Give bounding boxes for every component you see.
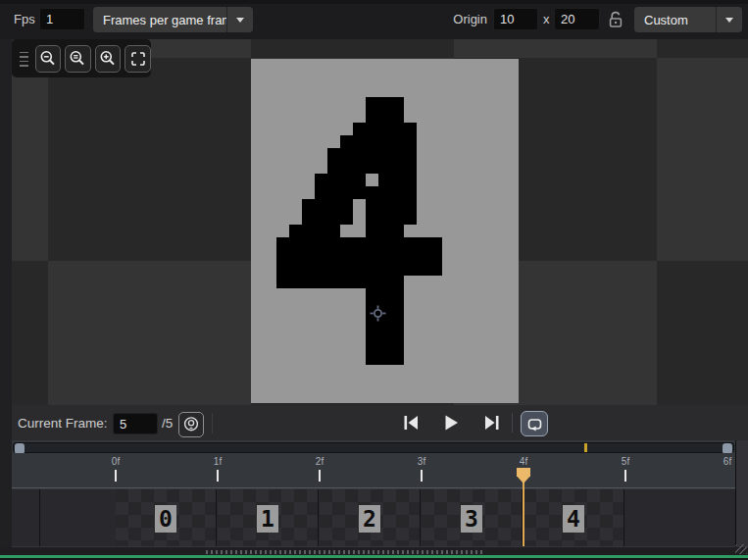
frame-type-dropdown[interactable]: Frames per game frame	[93, 7, 253, 32]
sprite-pixel	[327, 186, 340, 199]
sprite-pixel	[391, 199, 404, 212]
frame-cell-0[interactable]: 0	[116, 489, 217, 546]
sprite-pixel	[391, 135, 404, 148]
sprite-pixel	[404, 174, 417, 186]
sprite-pixel	[378, 225, 391, 237]
sprite-pixel	[276, 250, 289, 263]
zoom-in-icon	[99, 50, 117, 68]
sprite-pixel	[378, 212, 391, 225]
ruler-tick	[624, 470, 626, 482]
scrollbar-playhead-mark	[584, 443, 587, 452]
sprite-pixel	[404, 199, 417, 212]
unlock-icon[interactable]	[606, 9, 625, 30]
sprite-pixel	[276, 263, 289, 276]
sprite-pixel	[391, 276, 404, 288]
timeline-scrollbar[interactable]	[13, 442, 734, 453]
sprite-pixel	[315, 263, 327, 276]
sprite-pixel	[353, 148, 366, 161]
drag-handle-icon[interactable]	[20, 50, 28, 67]
sprite-pixel	[302, 237, 315, 250]
horizontal-scrollbar-dots[interactable]	[206, 550, 482, 554]
timeline-ruler[interactable]: 0f1f2f3f4f5f6f	[12, 453, 735, 488]
sprite-pixel	[302, 250, 315, 263]
fullscreen-button[interactable]	[125, 45, 151, 73]
sprite-pixel	[391, 327, 404, 339]
sprite-pixel	[378, 263, 391, 276]
sprite-pixel	[391, 212, 404, 225]
sprite-pixel	[327, 263, 340, 276]
sprite-pixel	[404, 135, 417, 148]
sprite-pixel	[340, 199, 353, 212]
sprite-pixel	[417, 237, 429, 250]
sprite-pixel	[340, 212, 353, 225]
fps-input[interactable]	[39, 8, 85, 30]
sprite-pixel	[391, 97, 404, 110]
resize-grip-icon[interactable]	[735, 544, 747, 554]
sprite-pixel	[404, 123, 417, 135]
sprite-pixel	[289, 263, 302, 276]
sprite-pixel	[378, 148, 391, 161]
sprite-pixel	[276, 237, 289, 250]
fullscreen-icon	[129, 50, 147, 68]
scrollbar-left-handle[interactable]	[15, 443, 25, 454]
ruler-label: 2f	[305, 456, 334, 467]
sprite-pixel	[340, 263, 353, 276]
zoom-reset-button[interactable]	[65, 45, 91, 73]
sprite-pixel	[391, 301, 404, 314]
frame-cell-4[interactable]: 4	[524, 489, 624, 546]
origin-preset-arrow-button[interactable]	[717, 7, 742, 32]
sprite-pixel	[353, 276, 366, 288]
frame-cell-2[interactable]: 2	[320, 489, 421, 546]
origin-point-marker[interactable]	[370, 305, 386, 322]
zoom-out-icon	[39, 50, 57, 68]
sprite-pixel	[366, 212, 378, 225]
chevron-down-icon	[725, 18, 733, 23]
zoom-in-button[interactable]	[95, 45, 122, 73]
sprite-pixel	[315, 199, 327, 212]
sprite-pixel	[366, 263, 378, 276]
sprite-pixel	[340, 237, 353, 250]
loop-toggle-button[interactable]	[521, 411, 548, 436]
sprite-pixel	[366, 288, 378, 301]
onion-skin-icon	[182, 416, 200, 433]
onion-skin-button[interactable]	[178, 412, 204, 437]
bottom-strip	[0, 547, 748, 560]
frame-thumbnail: 1	[257, 505, 278, 533]
frame-type-value: Frames per game frame	[93, 13, 226, 27]
frame-type-arrow-button[interactable]	[227, 7, 253, 32]
total-frames-label: /5	[162, 416, 173, 431]
sprite-pixel	[378, 174, 391, 186]
origin-x-input[interactable]	[493, 8, 538, 30]
ruler-tick	[115, 470, 117, 482]
frame-cell-3[interactable]: 3	[422, 489, 523, 546]
scrollbar-right-handle[interactable]	[723, 443, 732, 454]
playback-bar: Current Frame: /5	[12, 405, 748, 440]
frame-cell-1[interactable]: 1	[218, 489, 319, 546]
sprite-pixel	[404, 237, 417, 250]
sprite-pixel	[429, 237, 442, 250]
timeline-right-panel	[736, 440, 748, 547]
timeline: 0f1f2f3f4f5f6f 01234	[12, 440, 735, 547]
fps-label: Fps	[14, 12, 35, 26]
sprite-pixel	[366, 250, 378, 263]
skip-start-icon	[403, 415, 420, 431]
ruler-tick	[319, 470, 321, 482]
next-frame-button[interactable]	[480, 414, 502, 432]
ruler-tick	[421, 470, 423, 482]
toolbar-top-edge	[0, 0, 748, 4]
sprite-pixel	[391, 250, 404, 263]
sprite-pixel	[378, 237, 391, 250]
origin-preset-dropdown[interactable]: Custom	[634, 7, 742, 32]
sprite-pixel	[289, 225, 302, 237]
zoom-out-button[interactable]	[35, 45, 62, 73]
sprite-pixel	[391, 352, 404, 365]
previous-frame-button[interactable]	[400, 414, 422, 432]
play-button[interactable]	[440, 414, 462, 432]
current-frame-input[interactable]	[113, 413, 158, 434]
sprite-pixel	[366, 352, 378, 365]
origin-y-input[interactable]	[554, 8, 600, 30]
sprite-canvas[interactable]	[12, 39, 748, 405]
loop-icon	[526, 416, 543, 433]
sprite-pixel	[378, 97, 391, 110]
sprite-pixel	[417, 263, 429, 276]
